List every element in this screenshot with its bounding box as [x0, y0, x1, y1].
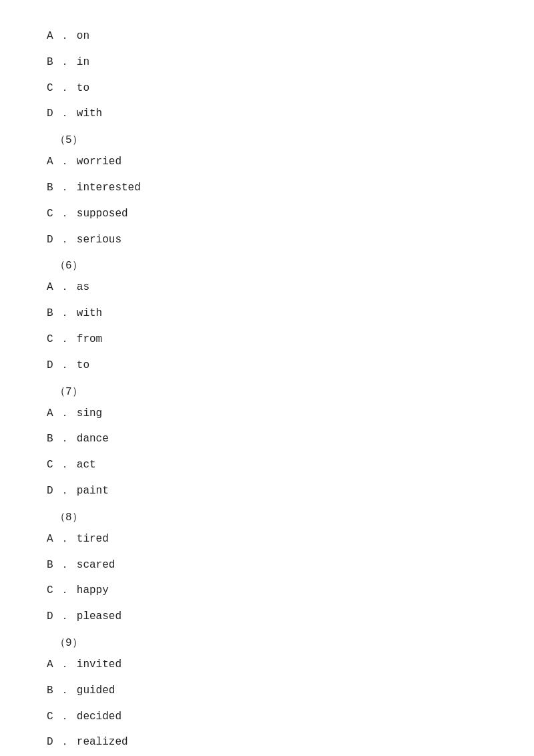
answer-text: act — [70, 459, 95, 471]
answer-item: C ． supposed — [47, 204, 487, 224]
section-label-4: （8） — [55, 510, 487, 524]
section-label-3: （7） — [55, 385, 487, 399]
answer-item: A ． sing — [47, 404, 487, 423]
answer-text: to — [70, 82, 89, 94]
answer-letter: C ． — [47, 459, 70, 471]
page-content: A ． onB ． inC ． toD ． with（5）A ． worried… — [0, 0, 534, 756]
answer-item: C ． from — [47, 330, 487, 349]
answer-letter: D ． — [47, 359, 70, 371]
answer-letter: B ． — [47, 56, 70, 68]
answer-item: B ． with — [47, 304, 487, 323]
answer-letter: D ． — [47, 108, 70, 120]
answer-item: B ． in — [47, 53, 487, 72]
answer-text: scared — [70, 559, 115, 571]
answer-letter: A ． — [47, 658, 70, 671]
answer-letter: A ． — [47, 281, 70, 293]
section-label-1: （5） — [55, 133, 487, 147]
answer-letter: D ． — [47, 610, 70, 622]
answer-item: A ． on — [47, 27, 487, 46]
answer-item: C ． to — [47, 79, 487, 98]
answer-item: D ． serious — [47, 230, 487, 250]
answer-item: B ． guided — [47, 681, 487, 701]
answer-item: C ． happy — [47, 581, 487, 600]
answer-text: tired — [70, 533, 109, 545]
answer-text: interested — [70, 182, 141, 194]
answer-letter: B ． — [47, 685, 70, 697]
answer-item: C ． decided — [47, 707, 487, 727]
answer-letter: D ． — [47, 485, 70, 497]
answer-text: with — [70, 307, 102, 319]
answer-item: C ． act — [47, 455, 487, 475]
answer-text: as — [70, 281, 89, 293]
answer-item: D ． realized — [47, 733, 487, 752]
answer-text: in — [70, 56, 89, 68]
answer-letter: D ． — [47, 736, 70, 748]
answer-item: A ． invited — [47, 655, 487, 675]
answer-text: to — [70, 359, 89, 371]
answer-text: realized — [70, 736, 127, 748]
answer-text: with — [70, 108, 102, 120]
answer-letter: C ． — [47, 208, 70, 220]
answer-item: A ． tired — [47, 530, 487, 549]
answer-item: D ． to — [47, 356, 487, 375]
answer-text: supposed — [70, 208, 127, 220]
answer-letter: B ． — [47, 559, 70, 571]
answer-text: decided — [70, 711, 121, 723]
answer-text: from — [70, 333, 102, 345]
answer-item: A ． as — [47, 278, 487, 297]
answer-letter: B ． — [47, 433, 70, 445]
answer-text: serious — [70, 234, 121, 246]
answer-letter: A ． — [47, 533, 70, 545]
answer-item: B ． scared — [47, 556, 487, 575]
answer-text: pleased — [70, 610, 121, 622]
answer-letter: C ． — [47, 333, 70, 345]
answer-text: guided — [70, 685, 115, 697]
answer-text: dance — [70, 433, 109, 445]
answer-text: on — [70, 30, 89, 42]
answer-text: happy — [70, 584, 109, 596]
answer-item: A ． worried — [47, 152, 487, 172]
answer-letter: C ． — [47, 711, 70, 723]
section-label-5: （9） — [55, 636, 487, 650]
answer-text: invited — [70, 658, 121, 671]
answer-letter: D ． — [47, 234, 70, 246]
answer-letter: A ． — [47, 156, 70, 168]
answer-item: D ． with — [47, 104, 487, 124]
section-label-2: （6） — [55, 258, 487, 272]
answer-letter: B ． — [47, 307, 70, 319]
answer-letter: B ． — [47, 182, 70, 194]
answer-text: worried — [70, 156, 121, 168]
answer-letter: A ． — [47, 30, 70, 42]
answer-letter: C ． — [47, 82, 70, 94]
answer-text: sing — [70, 407, 102, 419]
answer-text: paint — [70, 485, 109, 497]
answer-item: B ． dance — [47, 429, 487, 449]
answer-item: D ． pleased — [47, 607, 487, 626]
answer-letter: A ． — [47, 407, 70, 419]
answer-item: D ． paint — [47, 482, 487, 501]
answer-letter: C ． — [47, 584, 70, 596]
answer-item: B ． interested — [47, 178, 487, 198]
